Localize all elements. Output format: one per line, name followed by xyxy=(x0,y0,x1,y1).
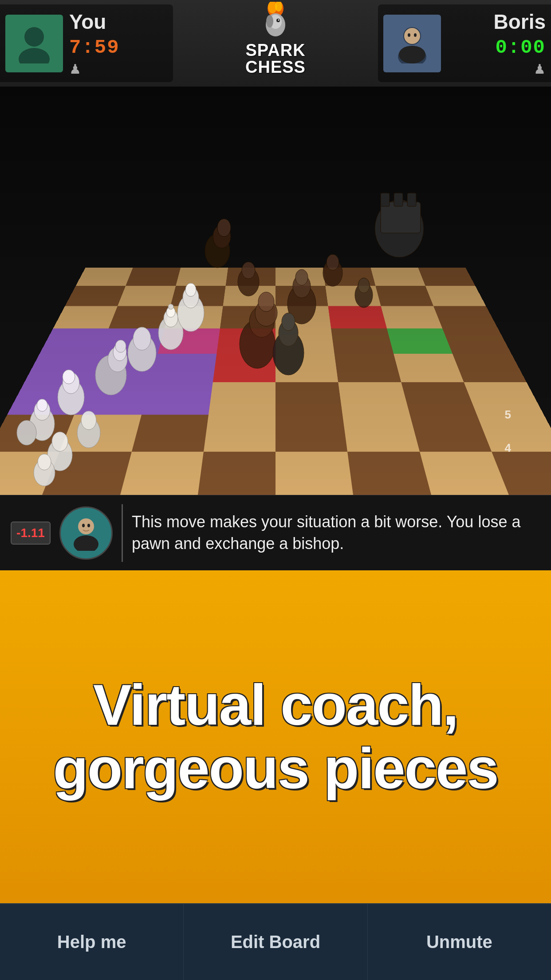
rank-label-4: 4 xyxy=(505,441,511,455)
rank-label-5: 5 xyxy=(505,408,511,422)
cell-4-7[interactable] xyxy=(453,354,527,382)
unmute-button[interactable]: Unmute xyxy=(368,904,551,980)
cell-5-3[interactable] xyxy=(209,382,276,415)
cell-7-5[interactable] xyxy=(347,452,431,495)
cell-3-1[interactable] xyxy=(98,328,164,354)
chess-board[interactable] xyxy=(0,268,551,495)
cell-0-3[interactable] xyxy=(225,268,276,286)
edit-board-button[interactable]: Edit Board xyxy=(184,904,367,980)
cell-1-4[interactable] xyxy=(276,286,328,306)
cell-3-0[interactable] xyxy=(39,328,109,354)
cell-5-5[interactable] xyxy=(338,382,409,415)
cell-4-5[interactable] xyxy=(335,354,401,382)
cell-7-4[interactable] xyxy=(276,452,353,495)
cell-1-7[interactable] xyxy=(425,286,486,306)
you-name: You xyxy=(69,10,168,34)
svg-point-9 xyxy=(266,15,273,28)
svg-point-61 xyxy=(213,225,231,248)
cell-2-2[interactable] xyxy=(164,306,223,328)
boris-name: Boris xyxy=(493,10,546,34)
cell-5-7[interactable] xyxy=(464,382,543,415)
cell-6-2[interactable] xyxy=(131,415,208,452)
svg-point-14 xyxy=(408,33,410,37)
cell-4-1[interactable] xyxy=(87,354,158,382)
cell-6-1[interactable] xyxy=(59,415,142,452)
cell-2-6[interactable] xyxy=(381,306,442,328)
you-timer: 7:59 xyxy=(69,36,168,59)
cell-0-5[interactable] xyxy=(323,268,375,286)
logo-text: SPARK CHESS xyxy=(245,42,306,75)
cell-2-7[interactable] xyxy=(433,306,498,328)
cell-0-6[interactable] xyxy=(370,268,425,286)
cell-4-2[interactable] xyxy=(150,354,216,382)
cell-4-0[interactable] xyxy=(24,354,98,382)
player-you-panel: You 7:59 ♟ xyxy=(0,4,173,82)
svg-rect-52 xyxy=(394,193,403,206)
header: You 7:59 ♟ SPARK CHESS Boris 0 xyxy=(0,0,551,87)
cell-4-6[interactable] xyxy=(394,354,464,382)
cell-4-4[interactable] xyxy=(276,354,338,382)
cell-1-0[interactable] xyxy=(65,286,126,306)
cell-5-0[interactable] xyxy=(7,382,87,415)
svg-point-67 xyxy=(74,535,98,551)
cell-1-2[interactable] xyxy=(170,286,226,306)
svg-point-12 xyxy=(404,28,420,44)
cell-2-3[interactable] xyxy=(220,306,276,328)
cell-7-3[interactable] xyxy=(198,452,276,495)
svg-point-66 xyxy=(78,518,94,534)
logo-horse-icon xyxy=(256,2,295,42)
cell-3-3[interactable] xyxy=(216,328,276,354)
svg-point-68 xyxy=(82,524,85,527)
cell-5-2[interactable] xyxy=(142,382,213,415)
cell-6-5[interactable] xyxy=(342,415,419,452)
cell-1-6[interactable] xyxy=(375,286,433,306)
cell-5-4[interactable] xyxy=(276,382,342,415)
coach-panel: -1.11 This move makes your situation a b… xyxy=(0,495,551,570)
cell-3-5[interactable] xyxy=(331,328,393,354)
svg-point-62 xyxy=(217,219,231,237)
logo-area: SPARK CHESS xyxy=(245,0,306,75)
cell-0-1[interactable] xyxy=(126,268,180,286)
boris-timer: 0:00 xyxy=(495,36,546,59)
cell-5-1[interactable] xyxy=(74,382,150,415)
player-boris-panel: Boris 0:00 ♟ xyxy=(378,4,551,82)
promo-text: Virtual coach, gorgeous pieces xyxy=(35,673,516,800)
cell-2-5[interactable] xyxy=(328,306,387,328)
boris-info: Boris 0:00 ♟ xyxy=(447,10,546,77)
cell-0-0[interactable] xyxy=(76,268,133,286)
chess-board-area[interactable]: 5 4 xyxy=(0,87,551,495)
cell-6-4[interactable] xyxy=(276,415,347,452)
cell-6-3[interactable] xyxy=(204,415,276,452)
coach-message: This move makes your situation a bit wor… xyxy=(132,511,540,554)
cell-1-1[interactable] xyxy=(118,286,176,306)
cell-1-5[interactable] xyxy=(326,286,381,306)
cell-2-1[interactable] xyxy=(109,306,170,328)
cell-0-7[interactable] xyxy=(418,268,475,286)
you-pawn-icon: ♟ xyxy=(69,61,168,77)
help-me-button[interactable]: Help me xyxy=(0,904,184,980)
svg-rect-51 xyxy=(381,193,390,206)
cell-3-6[interactable] xyxy=(387,328,453,354)
cell-3-7[interactable] xyxy=(442,328,512,354)
cell-7-2[interactable] xyxy=(120,452,204,495)
you-avatar xyxy=(5,15,63,72)
cell-4-3[interactable] xyxy=(213,354,276,382)
cell-3-2[interactable] xyxy=(157,328,220,354)
cell-1-3[interactable] xyxy=(223,286,276,306)
you-info: You 7:59 ♟ xyxy=(69,10,168,77)
svg-point-8 xyxy=(278,20,279,21)
svg-point-49 xyxy=(375,200,424,257)
svg-point-69 xyxy=(87,524,90,527)
cell-3-4[interactable] xyxy=(276,328,335,354)
svg-point-0 xyxy=(24,27,44,47)
coach-divider xyxy=(122,504,123,562)
boris-avatar xyxy=(383,15,441,72)
cell-2-0[interactable] xyxy=(53,306,118,328)
board-grid xyxy=(0,268,551,495)
cell-2-4[interactable] xyxy=(276,306,331,328)
svg-point-60 xyxy=(205,234,230,268)
svg-rect-53 xyxy=(407,193,416,206)
cell-0-2[interactable] xyxy=(176,268,228,286)
cell-0-4[interactable] xyxy=(276,268,326,286)
svg-point-13 xyxy=(399,46,425,63)
